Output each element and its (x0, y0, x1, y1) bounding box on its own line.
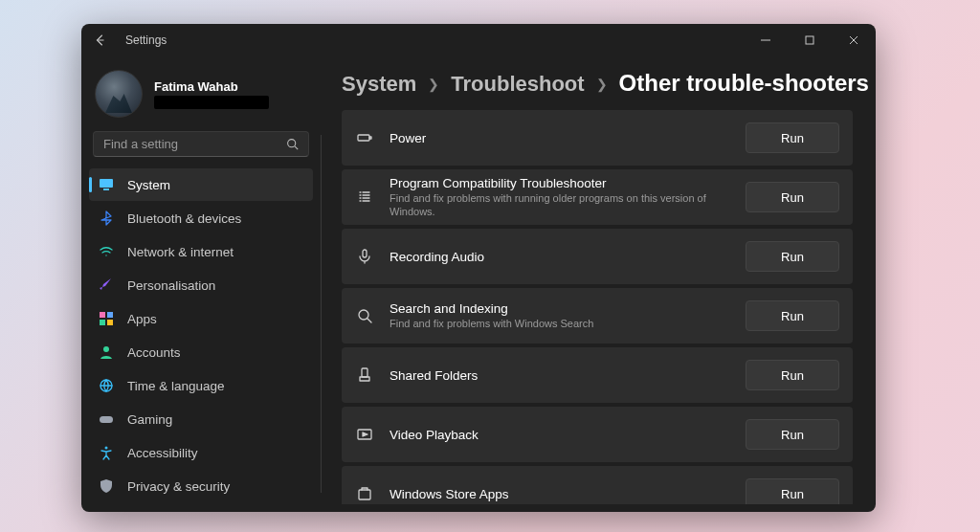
run-button[interactable]: Run (746, 360, 839, 390)
svg-rect-16 (362, 368, 368, 377)
sidebar-item-accounts[interactable]: Accounts (89, 336, 313, 368)
sidebar-item-label: Bluetooth & devices (127, 211, 241, 226)
divider (321, 135, 322, 493)
breadcrumb-troubleshoot[interactable]: Troubleshoot (451, 72, 584, 97)
shared-icon (355, 366, 374, 385)
troubleshooter-row: Shared Folders Run (342, 347, 853, 403)
troubleshooter-row: Windows Store Apps Run (342, 466, 853, 504)
mic-icon (355, 247, 374, 266)
svg-rect-14 (363, 250, 367, 257)
troubleshooter-title: Program Compatibility Troubleshooter (390, 176, 730, 190)
brush-icon (99, 277, 114, 293)
run-button[interactable]: Run (746, 122, 839, 153)
run-button[interactable]: Run (746, 300, 839, 331)
battery-icon (355, 128, 374, 147)
list-icon (355, 188, 374, 207)
profile[interactable]: Fatima Wahab (89, 66, 313, 127)
troubleshooter-title: Video Playback (390, 428, 730, 442)
svg-rect-4 (100, 312, 105, 318)
close-button[interactable] (832, 24, 876, 56)
sidebar-item-apps[interactable]: Apps (89, 302, 313, 335)
search-icon (286, 138, 299, 150)
sidebar-item-label: Accounts (127, 345, 181, 360)
person-icon (99, 344, 114, 360)
svg-rect-3 (103, 188, 109, 190)
video-icon (355, 425, 374, 444)
troubleshooter-desc: Find and fix problems with running older… (390, 191, 730, 219)
body: Fatima Wahab Find a setting System Bluet… (81, 56, 876, 512)
troubleshooter-title: Shared Folders (390, 368, 730, 383)
sidebar-item-gaming[interactable]: Gaming (89, 403, 313, 435)
avatar (95, 70, 143, 118)
titlebar: Settings (81, 24, 876, 56)
sidebar-item-personalisation[interactable]: Personalisation (89, 269, 313, 301)
sidebar-item-label: Apps (127, 312, 157, 326)
sidebar-item-bluetooth-devices[interactable]: Bluetooth & devices (89, 202, 313, 234)
svg-rect-7 (107, 320, 113, 325)
svg-rect-18 (359, 490, 370, 499)
troubleshooter-row: Recording Audio Run (342, 229, 853, 284)
sidebar-item-label: Accessibility (127, 446, 198, 460)
search-placeholder: Find a setting (103, 137, 178, 151)
sidebar: Fatima Wahab Find a setting System Bluet… (81, 56, 321, 512)
run-button[interactable]: Run (746, 241, 839, 272)
sidebar-item-label: Network & internet (127, 245, 234, 259)
wifi-icon (99, 244, 114, 259)
run-button[interactable]: Run (746, 419, 839, 450)
run-button[interactable]: Run (746, 478, 839, 504)
troubleshooter-row: Power Run (342, 110, 853, 166)
run-button[interactable]: Run (746, 182, 839, 212)
back-button[interactable] (93, 33, 108, 48)
troubleshooter-row: Video Playback Run (342, 407, 853, 462)
maximize-button[interactable] (788, 24, 832, 56)
troubleshooter-list[interactable]: Power Run Program Compatibility Troubles… (323, 110, 857, 504)
svg-point-11 (105, 447, 108, 450)
apps-icon (99, 311, 114, 326)
sidebar-nav: System Bluetooth & devices Network & int… (89, 168, 313, 502)
svg-rect-5 (107, 312, 113, 318)
sidebar-item-label: System (127, 178, 170, 192)
svg-rect-6 (100, 320, 105, 325)
troubleshooter-title: Recording Audio (390, 250, 730, 264)
svg-rect-10 (100, 416, 113, 423)
sidebar-item-label: Privacy & security (127, 479, 230, 494)
sidebar-item-time-language[interactable]: Time & language (89, 369, 313, 402)
minimize-button[interactable] (744, 24, 788, 56)
sidebar-item-label: Personalisation (127, 278, 215, 293)
profile-email-redacted (154, 96, 269, 109)
profile-name: Fatima Wahab (154, 79, 269, 94)
search-input[interactable]: Find a setting (93, 131, 309, 157)
sidebar-item-privacy-security[interactable]: Privacy & security (89, 470, 313, 502)
accessibility-icon (99, 445, 114, 460)
settings-window: Settings Fatima Wahab Find (81, 24, 876, 512)
svg-point-8 (103, 346, 109, 352)
sidebar-item-label: Gaming (127, 412, 172, 427)
sidebar-item-system[interactable]: System (89, 168, 313, 201)
troubleshooter-row: Search and Indexing Find and fix problem… (342, 288, 853, 344)
chevron-right-icon: ❯ (428, 77, 439, 92)
svg-rect-13 (369, 137, 371, 139)
svg-point-15 (359, 310, 368, 320)
svg-point-1 (288, 140, 296, 147)
svg-rect-2 (100, 179, 113, 188)
troubleshooter-title: Power (390, 131, 730, 145)
breadcrumb-current: Other trouble-shooters (619, 70, 869, 97)
troubleshooter-desc: Find and fix problems with Windows Searc… (390, 317, 730, 330)
search-icon (355, 306, 374, 325)
shield-icon (99, 478, 114, 494)
sidebar-item-network-internet[interactable]: Network & internet (89, 235, 313, 268)
window-controls (744, 24, 876, 56)
sidebar-item-label: Time & language (127, 379, 225, 393)
breadcrumb: System ❯ Troubleshoot ❯ Other trouble-sh… (323, 70, 857, 97)
gamepad-icon (99, 411, 114, 427)
troubleshooter-row: Program Compatibility Troubleshooter Fin… (342, 169, 853, 225)
breadcrumb-system[interactable]: System (342, 72, 416, 97)
svg-rect-0 (806, 36, 813, 44)
main: System ❯ Troubleshoot ❯ Other trouble-sh… (321, 56, 876, 512)
svg-rect-12 (358, 135, 369, 141)
window-title: Settings (125, 33, 167, 47)
monitor-icon (99, 177, 114, 192)
sidebar-item-accessibility[interactable]: Accessibility (89, 436, 313, 469)
troubleshooter-title: Search and Indexing (390, 301, 730, 316)
store-icon (355, 484, 374, 503)
